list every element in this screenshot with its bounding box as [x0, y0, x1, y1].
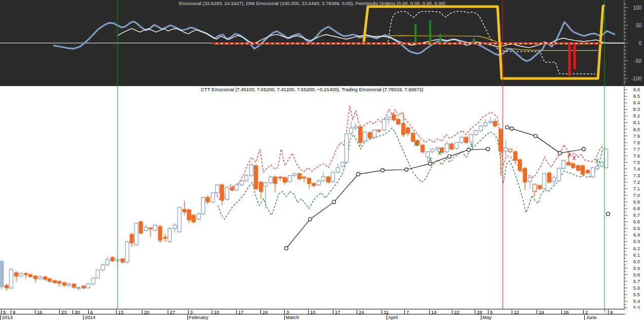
candle-body	[562, 161, 565, 169]
day-tick-separator	[1, 310, 2, 314]
candle	[557, 168, 561, 182]
candle-body	[552, 178, 556, 182]
month-separator	[481, 315, 481, 320]
candle	[44, 276, 47, 281]
candle	[543, 173, 546, 190]
candle-body	[302, 177, 306, 178]
candle	[67, 283, 71, 287]
price-axis-label: 6.8	[633, 206, 640, 211]
candle	[168, 227, 172, 243]
candle-body	[293, 174, 296, 176]
day-tick-separator	[35, 310, 35, 314]
candle	[345, 133, 349, 164]
candle	[92, 277, 95, 286]
day-tick-separator	[488, 310, 488, 314]
month-separator	[83, 315, 84, 320]
candle-body	[82, 286, 86, 288]
green-x-marker: X	[438, 150, 441, 156]
price-axis-label: 8.3	[633, 106, 640, 112]
candle-body	[406, 128, 410, 133]
candle-body	[135, 223, 138, 245]
candle-body	[178, 207, 181, 231]
candle-body	[10, 269, 13, 288]
candle-body	[15, 273, 18, 276]
candle-body	[154, 225, 157, 230]
price-panel[interactable]: XXXXXXX8.68.58.48.38.28.18.07.97.87.77.6…	[0, 86, 644, 309]
candle	[600, 161, 604, 168]
zigzag-circle-marker	[285, 247, 288, 250]
candle	[494, 118, 497, 127]
candle-body	[159, 226, 162, 240]
zigzag-line	[286, 149, 488, 249]
zigzag-circle-marker	[332, 201, 336, 204]
candle	[489, 117, 493, 124]
candle-body	[220, 185, 224, 200]
price-axis-label: 7.6	[633, 153, 640, 158]
day-tick-separator	[308, 310, 309, 314]
candle-body	[363, 132, 367, 141]
candle-body	[216, 185, 219, 193]
oscillator-axis-label: 100	[633, 5, 641, 11]
oscillator-panel[interactable]: 100500-50-100 Emocional (32.9293, 24.542…	[0, 0, 644, 86]
candle	[0, 260, 4, 290]
price-axis-label: 7.9	[633, 133, 640, 139]
candle	[130, 233, 134, 247]
candle-body	[72, 284, 76, 288]
oscillator-axis-label: 50	[636, 23, 642, 28]
price-axis-label: 7.1	[633, 186, 640, 191]
candle	[350, 122, 353, 136]
candle	[336, 164, 340, 174]
zigzag-circle-marker	[309, 218, 312, 221]
candle-body	[474, 131, 478, 135]
green-x-marker: X	[429, 157, 432, 163]
day-tick-separator	[212, 310, 212, 314]
candle-body	[350, 128, 353, 133]
red-histogram-bar	[574, 43, 576, 69]
candle	[211, 192, 215, 203]
zigzag-circle-marker	[534, 134, 538, 138]
candle-body	[402, 124, 405, 135]
candle	[279, 176, 282, 181]
candle	[264, 182, 268, 208]
candle-body	[336, 168, 340, 172]
zigzag-circle-marker	[486, 147, 490, 151]
green-histogram-bar	[429, 20, 431, 43]
candle-body	[168, 228, 172, 242]
candle-body	[225, 187, 229, 199]
candle	[259, 181, 263, 198]
green-event-vline-axis-extension	[604, 309, 605, 312]
candle-body	[197, 214, 201, 219]
candle	[387, 115, 391, 124]
candle	[392, 112, 396, 121]
candle	[220, 183, 224, 205]
candle	[479, 126, 483, 132]
candle-body	[254, 166, 258, 189]
month-label: 2013	[2, 314, 13, 320]
price-axis-label: 7.3	[633, 173, 640, 178]
candle-body	[279, 177, 282, 178]
oscillator-plot-area[interactable]: 100500-50-100	[0, 0, 644, 86]
price-axis-label: 6.4	[633, 232, 640, 237]
price-plot-area[interactable]: XXXXXXX8.68.58.48.38.28.18.07.97.87.77.6…	[0, 86, 644, 309]
candle	[586, 169, 590, 174]
candle-body	[264, 183, 268, 186]
candle	[484, 119, 487, 128]
day-tick-separator	[142, 310, 142, 314]
candle-body	[567, 163, 571, 165]
price-axis-label: 7.7	[633, 146, 640, 152]
candle	[523, 167, 527, 190]
candle	[341, 161, 345, 168]
candle	[58, 281, 61, 287]
zigzag-line	[507, 127, 584, 153]
candle	[111, 256, 115, 262]
candle	[19, 272, 23, 277]
candle	[604, 148, 608, 169]
candle	[421, 144, 425, 154]
price-axis-label: 5.7	[633, 278, 640, 284]
day-tick-separator	[168, 310, 168, 314]
day-tick-separator	[236, 310, 237, 314]
candle-body	[250, 165, 253, 176]
day-tick-separator	[608, 310, 609, 314]
candle	[562, 159, 565, 170]
candle	[96, 269, 100, 278]
